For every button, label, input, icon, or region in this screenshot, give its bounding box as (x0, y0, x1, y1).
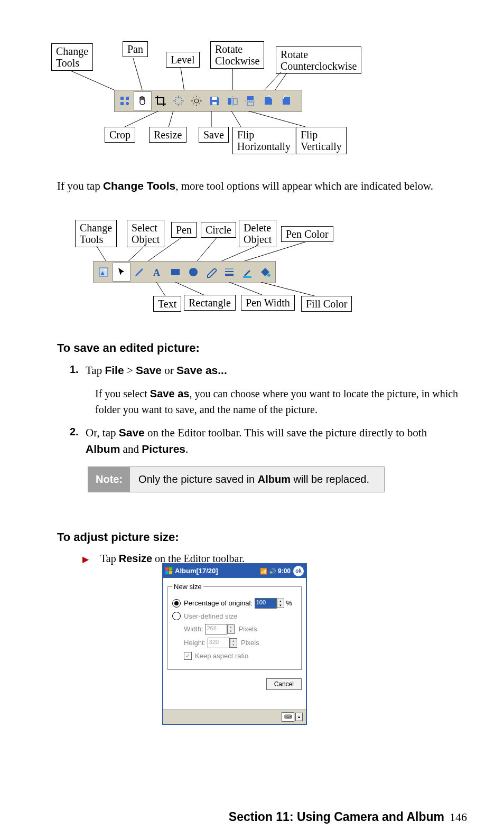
heading-save: To save an edited picture: (57, 340, 459, 356)
text-icon[interactable]: A (148, 263, 166, 282)
svg-rect-37 (243, 276, 251, 278)
rotate-ccw-icon[interactable] (277, 91, 295, 110)
step1-num: 1. (70, 362, 86, 378)
rotate-cw-icon[interactable] (259, 91, 277, 110)
delete-object-icon[interactable] (202, 263, 220, 282)
dialog-footer: ⌨ ▴ (163, 710, 306, 724)
rectangle-icon[interactable] (166, 263, 184, 282)
svg-rect-32 (171, 269, 180, 275)
spinner-percentage[interactable]: ▴▾ (277, 599, 284, 608)
label2-pen-width: Pen Width (241, 295, 295, 311)
svg-rect-46 (169, 571, 172, 574)
svg-rect-7 (175, 98, 182, 104)
svg-line-25 (194, 238, 217, 264)
pen-color-icon[interactable] (238, 263, 256, 282)
label-width: Width: (184, 624, 203, 634)
svg-line-20 (231, 111, 241, 127)
svg-line-21 (248, 111, 305, 127)
step1-text: Tap File > Save or Save as... (86, 362, 459, 378)
crop-icon[interactable] (152, 91, 170, 110)
windows-logo-icon (165, 567, 173, 575)
pen-icon[interactable] (130, 263, 148, 282)
change-tools-icon[interactable] (116, 91, 134, 110)
speaker-icon: 🔊 (269, 567, 276, 575)
svg-rect-9 (212, 97, 217, 100)
unit-width: Pixels (239, 624, 257, 634)
pan-icon[interactable] (134, 91, 152, 110)
label-resize: Resize (149, 127, 186, 143)
svg-point-33 (189, 268, 198, 276)
svg-line-17 (120, 111, 158, 129)
radio-userdef[interactable] (172, 612, 181, 620)
step2-text: Or, tap Save on the Editor toolbar. This… (86, 425, 459, 457)
svg-point-30 (105, 269, 107, 271)
sip-up-icon[interactable]: ▴ (295, 713, 303, 721)
svg-rect-10 (212, 102, 217, 105)
dialog-title: Album[17/20] (175, 566, 218, 576)
fill-color-icon[interactable] (256, 263, 274, 282)
svg-point-38 (267, 274, 270, 277)
spinner-height[interactable]: ▴▾ (230, 638, 237, 648)
svg-text:A: A (153, 267, 160, 278)
label-crop: Crop (105, 127, 135, 143)
bullet-marker: ▶ (82, 554, 89, 566)
new-size-legend: New size (172, 582, 203, 592)
circle-icon[interactable] (184, 263, 202, 282)
intro-text: If you tap Change Tools, more tool optio… (57, 178, 459, 195)
svg-line-24 (144, 238, 181, 264)
pen-width-icon[interactable] (220, 263, 238, 282)
svg-rect-13 (247, 96, 254, 100)
label-flip-h: Flip Horizontally (232, 127, 295, 154)
label-percentage: Percentage of original: (184, 599, 253, 608)
level-icon[interactable] (188, 91, 206, 110)
cancel-button[interactable]: Cancel (266, 678, 302, 690)
svg-rect-12 (234, 98, 237, 105)
unit-percent: % (286, 599, 292, 608)
input-height[interactable]: 320 (208, 638, 230, 648)
clock-time: 9:00 (278, 567, 291, 575)
note-text: Only the picture saved in Album will be … (130, 467, 384, 492)
checkbox-keep-ratio[interactable]: ✓ (184, 652, 192, 660)
label2-rectangle: Rectangle (184, 295, 236, 311)
svg-line-39 (156, 282, 166, 297)
input-percentage[interactable]: 100 (255, 598, 277, 609)
note-tag: Note: (88, 467, 130, 492)
flip-vertical-icon[interactable] (241, 91, 259, 110)
heading-adjust: To adjust picture size: (57, 529, 459, 545)
svg-point-8 (194, 99, 199, 103)
label2-text: Text (153, 296, 181, 312)
change-tools-icon-2[interactable] (95, 263, 113, 282)
editor-toolbar-2: A (93, 261, 276, 283)
radio-percentage[interactable] (172, 599, 181, 608)
label-keep-ratio: Keep aspect ratio (195, 651, 248, 661)
signal-icon: 📶 (260, 567, 267, 575)
input-width[interactable]: 268 (205, 624, 227, 634)
select-object-icon[interactable] (113, 263, 130, 282)
ok-button[interactable]: ok (293, 566, 304, 576)
svg-rect-43 (165, 567, 169, 571)
svg-rect-45 (165, 571, 169, 574)
note-box: Note: Only the picture saved in Album wi… (88, 466, 385, 492)
svg-rect-16 (283, 97, 290, 105)
page-footer: Section 11: Using Camera and Album146 (229, 809, 467, 825)
label-height: Height: (184, 638, 206, 648)
resize-dialog: Album[17/20] 📶 🔊 9:00 ok New size Percen… (162, 563, 307, 725)
step1-sub: If you select Save as, you can choose wh… (95, 386, 459, 417)
svg-point-6 (126, 102, 129, 105)
svg-rect-11 (228, 98, 231, 105)
new-size-group: New size Percentage of original: 100 ▴▾ … (167, 582, 302, 670)
save-icon[interactable] (206, 91, 223, 110)
label-userdef: User-defined size (184, 612, 237, 621)
svg-rect-15 (265, 97, 272, 105)
flip-horizontal-icon[interactable] (223, 91, 241, 110)
step2-num: 2. (70, 425, 86, 457)
keyboard-icon[interactable]: ⌨ (282, 712, 294, 722)
label-flip-v: Flip Vertically (296, 127, 347, 154)
spinner-width[interactable]: ▴▾ (227, 624, 235, 634)
svg-rect-14 (247, 102, 254, 106)
dialog-titlebar: Album[17/20] 📶 🔊 9:00 ok (163, 564, 306, 578)
resize-icon[interactable] (170, 91, 188, 110)
label2-fill-color: Fill Color (301, 296, 352, 312)
editor-toolbar-1 (114, 90, 302, 112)
unit-height: Pixels (241, 638, 259, 648)
